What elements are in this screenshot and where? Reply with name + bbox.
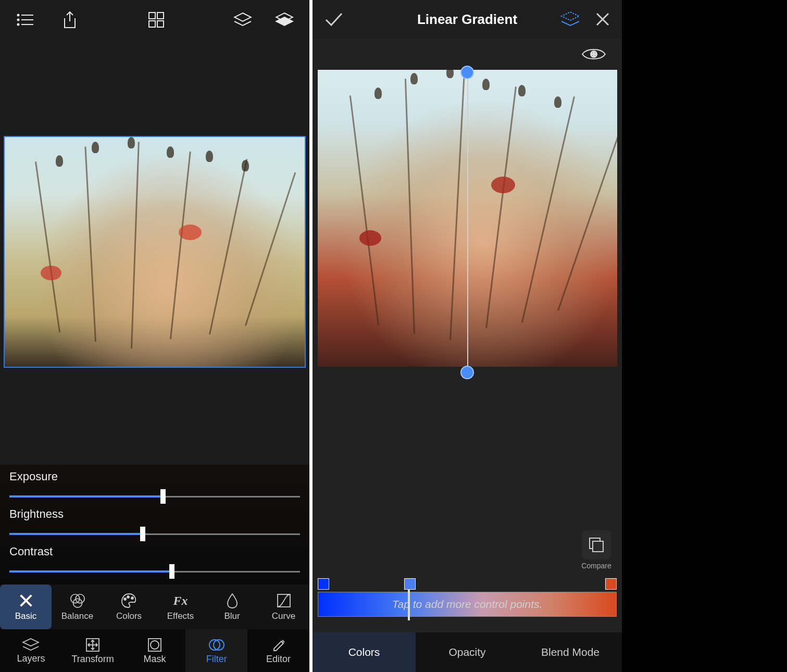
gradient-handle-top[interactable] [460, 66, 474, 79]
svg-rect-9 [149, 21, 155, 27]
category-effects[interactable]: Fx Effects [155, 584, 206, 629]
nav-editor[interactable]: Editor [247, 629, 309, 672]
fx-icon: Fx [172, 592, 189, 609]
gradient-stop-2[interactable] [605, 578, 617, 590]
droplet-icon [224, 592, 241, 609]
svg-rect-8 [157, 13, 164, 19]
svg-rect-10 [157, 21, 164, 27]
gradient-stops-row [318, 578, 617, 591]
compare-icon [588, 536, 605, 554]
gradient-handle-bottom[interactable] [460, 366, 474, 379]
gradient-tabs: Colors Opacity Blend Mode [313, 632, 622, 672]
tab-blend-mode[interactable]: Blend Mode [519, 632, 622, 672]
exposure-label: Exposure [9, 470, 300, 483]
contrast-slider[interactable] [9, 564, 300, 579]
compare-box: Compare [579, 530, 614, 570]
exposure-slider-row: Exposure [9, 470, 300, 504]
nav-layers[interactable]: Layers [0, 629, 62, 672]
gradient-editor: Tap to add more control points. [313, 576, 622, 632]
tab-label: Colors [348, 646, 380, 658]
nav-label: Editor [266, 654, 291, 665]
layers-accent-icon[interactable] [560, 11, 580, 28]
category-label: Effects [167, 611, 194, 621]
filter-icon [209, 637, 224, 653]
category-label: Curve [272, 611, 295, 621]
layers-icon [22, 638, 40, 652]
svg-point-2 [18, 19, 19, 20]
category-label: Balance [61, 611, 93, 621]
nav-mask[interactable]: Mask [124, 629, 186, 672]
gradient-header: Linear Gradient [313, 0, 622, 39]
nav-label: Transform [72, 654, 114, 665]
nav-filter[interactable]: Filter [185, 629, 247, 672]
balance-icon [69, 592, 86, 609]
compare-label: Compare [579, 562, 614, 570]
canvas-image[interactable] [4, 136, 306, 368]
svg-point-0 [18, 14, 19, 16]
contrast-label: Contrast [9, 545, 300, 558]
list-icon[interactable] [15, 9, 35, 30]
svg-point-20 [127, 596, 129, 598]
filter-category-bar: Basic Balance Colors Fx Effects [0, 584, 309, 629]
pencil-icon [272, 637, 285, 653]
sliders-panel: Exposure Brightness Contrast [0, 465, 309, 584]
category-basic[interactable]: Basic [0, 584, 52, 629]
exposure-slider[interactable] [9, 489, 300, 504]
gradient-canvas-area[interactable]: Compare [313, 70, 622, 576]
svg-point-28 [151, 641, 159, 649]
tab-colors[interactable]: Colors [313, 632, 416, 672]
category-label: Blur [224, 611, 240, 621]
close-button[interactable] [595, 11, 610, 27]
svg-rect-36 [592, 52, 593, 54]
svg-marker-11 [234, 13, 251, 21]
mask-icon [147, 637, 163, 653]
eye-row [313, 39, 622, 70]
svg-rect-39 [594, 55, 596, 56]
gradient-stop-1[interactable] [404, 578, 416, 590]
svg-rect-7 [149, 13, 155, 19]
category-colors[interactable]: Colors [103, 584, 155, 629]
curve-icon [276, 592, 292, 609]
svg-rect-41 [593, 541, 603, 552]
brightness-slider[interactable] [9, 526, 300, 542]
category-curve[interactable]: Curve [258, 584, 309, 629]
x-circle-icon [18, 592, 34, 609]
svg-rect-37 [594, 52, 596, 54]
nav-label: Layers [17, 653, 45, 664]
contrast-slider-row: Contrast [9, 545, 300, 579]
gradient-bar-handle[interactable] [408, 589, 410, 620]
transform-icon [85, 637, 101, 653]
brightness-label: Brightness [9, 507, 300, 521]
grid-icon[interactable] [146, 9, 167, 30]
gradient-panel: Linear Gradient [313, 0, 622, 672]
category-blur[interactable]: Blur [206, 584, 258, 629]
canvas-area[interactable] [0, 39, 309, 465]
tab-opacity[interactable]: Opacity [416, 632, 519, 672]
tab-label: Opacity [448, 646, 485, 658]
layers-hollow-icon[interactable] [232, 9, 253, 30]
filter-panel: Exposure Brightness Contrast [0, 0, 309, 672]
gradient-stop-0[interactable] [318, 578, 329, 590]
eye-mask-icon[interactable] [581, 46, 606, 62]
share-icon[interactable] [59, 9, 80, 30]
gradient-bar[interactable]: Tap to add more control points. [318, 592, 617, 617]
tab-label: Blend Mode [541, 646, 599, 658]
nav-transform[interactable]: Transform [62, 629, 124, 672]
category-balance[interactable]: Balance [52, 584, 103, 629]
page-title: Linear Gradient [417, 11, 517, 28]
svg-point-4 [18, 23, 19, 25]
nav-label: Mask [143, 654, 166, 665]
palette-icon [121, 592, 138, 609]
brightness-slider-row: Brightness [9, 507, 300, 542]
category-label: Colors [116, 611, 142, 621]
layers-filled-icon[interactable] [274, 9, 295, 30]
compare-button[interactable] [582, 530, 611, 559]
confirm-button[interactable] [324, 11, 344, 27]
bottom-nav: Layers Transform Mask Filter [0, 629, 309, 672]
svg-point-21 [131, 597, 133, 599]
svg-point-19 [124, 598, 126, 600]
top-toolbar [0, 0, 309, 39]
svg-marker-23 [23, 639, 39, 646]
svg-marker-32 [561, 12, 579, 20]
gradient-axis-line[interactable] [467, 70, 468, 372]
